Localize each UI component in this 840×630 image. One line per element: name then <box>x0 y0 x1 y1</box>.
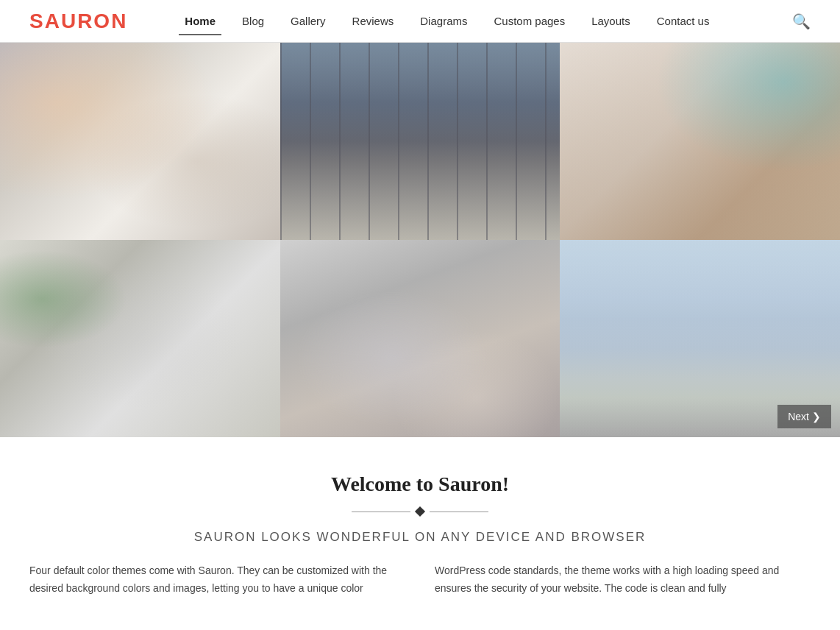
content-left: Four default color themes come with Saur… <box>29 562 405 598</box>
welcome-title: Welcome to Sauron! <box>29 473 811 496</box>
gallery-grid: Next ❯ <box>0 43 840 437</box>
nav-item-layouts[interactable]: Layouts <box>578 7 644 35</box>
gallery-cell-1 <box>0 43 280 240</box>
header: SAURON HomeBlogGalleryReviewsDiagramsCus… <box>0 0 840 43</box>
logo-accent: S <box>29 10 45 32</box>
nav-item-custom-pages[interactable]: Custom pages <box>480 7 578 35</box>
nav-item-gallery[interactable]: Gallery <box>277 7 339 35</box>
nav-item-reviews[interactable]: Reviews <box>339 7 407 35</box>
site-logo[interactable]: SAURON <box>29 10 127 33</box>
search-icon: 🔍 <box>792 13 811 29</box>
gallery-cell-3 <box>560 43 840 240</box>
gallery-cell-6: Next ❯ <box>560 240 840 437</box>
nav-item-home[interactable]: Home <box>171 7 229 35</box>
nav-item-diagrams[interactable]: Diagrams <box>407 7 480 35</box>
main-nav: HomeBlogGalleryReviewsDiagramsCustom pag… <box>171 7 792 35</box>
gallery-cell-2 <box>280 43 560 240</box>
gallery-cell-4 <box>0 240 280 437</box>
logo-text: AURON <box>45 10 128 32</box>
welcome-subtitle: SAURON LOOKS WONDERFUL ON ANY DEVICE AND… <box>29 530 811 545</box>
nav-item-blog[interactable]: Blog <box>229 7 277 35</box>
next-label: Next <box>788 411 809 422</box>
divider <box>29 508 811 515</box>
nav-item-contact-us[interactable]: Contact us <box>644 7 723 35</box>
content-columns: Four default color themes come with Saur… <box>29 562 811 612</box>
search-button[interactable]: 🔍 <box>792 13 811 30</box>
content-right: WordPress code standards, the theme work… <box>435 562 811 598</box>
divider-diamond <box>415 506 425 517</box>
next-button[interactable]: Next ❯ <box>777 405 831 428</box>
chevron-right-icon: ❯ <box>812 411 821 422</box>
gallery-cell-5 <box>280 240 560 437</box>
welcome-section: Welcome to Sauron! SAURON LOOKS WONDERFU… <box>0 437 840 627</box>
